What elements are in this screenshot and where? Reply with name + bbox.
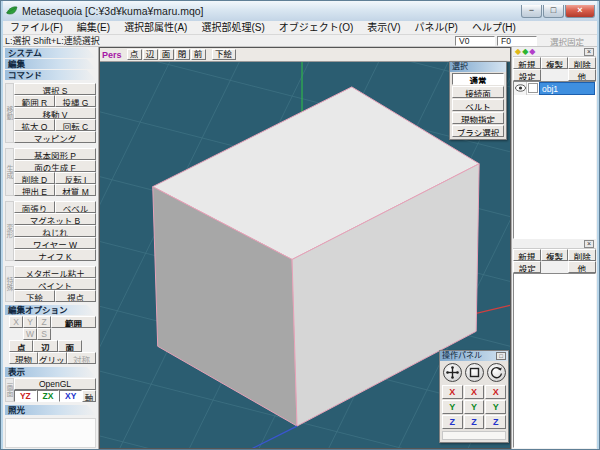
cmd-range-button[interactable]: 範囲 R xyxy=(14,95,55,107)
menu-edit[interactable]: 編集(E) xyxy=(70,21,117,34)
axis-x-toggle[interactable]: X xyxy=(9,316,23,328)
object-delete-button[interactable]: 削除 xyxy=(568,57,596,69)
op-x-move-button[interactable]: X xyxy=(442,385,463,399)
cmd-twist-button[interactable]: ねじれ xyxy=(14,225,96,237)
menu-panel[interactable]: パネル(P) xyxy=(408,21,465,34)
section-header-command[interactable]: コマンド xyxy=(5,70,96,80)
diamond-purple-icon[interactable]: ◆ xyxy=(529,48,535,56)
opengl-button[interactable]: OpenGL xyxy=(14,378,96,390)
select-brush-button[interactable]: ブラシ選択 xyxy=(452,125,504,137)
group-label-create[interactable]: 生成 xyxy=(5,148,14,196)
object-list[interactable]: obj1 xyxy=(513,81,596,239)
operation-panel-collapse-button[interactable]: □ xyxy=(496,352,506,360)
cmd-metaball-button[interactable]: メタボール粘土 xyxy=(14,266,96,278)
scale-mode-button[interactable] xyxy=(465,363,484,382)
object-new-button[interactable]: 新規 xyxy=(513,57,541,69)
section-header-edit[interactable]: 編集 xyxy=(5,59,96,69)
cmd-primitive-button[interactable]: 基本図形 P xyxy=(14,148,96,160)
selection-panel-title[interactable]: 選択 xyxy=(450,62,506,72)
cmd-paint-button[interactable]: ペイント xyxy=(14,278,96,290)
screen-toggle[interactable]: S xyxy=(37,328,51,340)
visibility-toggle[interactable] xyxy=(514,82,527,95)
cmd-select-button[interactable]: 選択 S xyxy=(14,83,96,95)
object-settings-button[interactable]: 設定 xyxy=(513,69,541,81)
cmd-delete-button[interactable]: 削除 D xyxy=(14,172,55,184)
section-header-edit-options[interactable]: 編集オプション xyxy=(5,305,96,315)
cmd-wire-button[interactable]: ワイヤー W xyxy=(14,237,96,249)
material-other-button[interactable]: 他 xyxy=(568,261,596,273)
show-closed-toggle[interactable]: 閉 xyxy=(175,49,190,60)
section-header-lighting[interactable]: 照光 xyxy=(5,405,96,415)
axis-z-toggle[interactable]: Z xyxy=(37,316,51,328)
cmd-underlay-button[interactable]: 下絵 xyxy=(14,290,55,302)
range-toggle[interactable]: 範囲 xyxy=(51,316,96,328)
menu-selection-process[interactable]: 選択部処理(S) xyxy=(194,21,271,34)
cmd-bevel-button[interactable]: ベベル xyxy=(55,201,96,213)
group-label-move[interactable]: 移動 xyxy=(5,83,14,143)
show-faces-toggle[interactable]: 面 xyxy=(159,49,174,60)
diamond-green-icon[interactable]: ◆ xyxy=(522,48,528,56)
axis-y-toggle[interactable]: Y xyxy=(23,316,37,328)
cmd-mapping-button[interactable]: マッピング xyxy=(14,131,96,143)
cmd-lasso-button[interactable]: 投縄 G xyxy=(55,95,96,107)
face-toggle[interactable]: 面 xyxy=(58,340,82,352)
op-z-move-button[interactable]: Z xyxy=(442,415,463,429)
group-label-deform[interactable]: 変形 xyxy=(5,201,14,261)
plane-xy-toggle[interactable]: XY xyxy=(59,390,82,402)
section-header-system[interactable]: システム xyxy=(5,48,96,58)
cmd-material-button[interactable]: 材質 M xyxy=(55,184,96,196)
cmd-magnet-button[interactable]: マグネット B xyxy=(14,213,96,225)
select-normal-button[interactable]: 通常 xyxy=(452,73,504,85)
select-pick-object-button[interactable]: 現物指定 xyxy=(452,112,504,124)
object-duplicate-button[interactable]: 複製 xyxy=(541,57,569,69)
rotate-mode-button[interactable] xyxy=(487,363,506,382)
pick-object-toggle[interactable]: 現物 xyxy=(9,352,38,364)
material-new-button[interactable]: 新規 xyxy=(513,249,541,261)
close-button[interactable]: × xyxy=(565,5,595,18)
viewport[interactable]: Pers 点 辺 面 閉 前 下絵 xyxy=(99,47,511,449)
object-list-item[interactable]: obj1 xyxy=(514,82,595,95)
menu-selection-attribute[interactable]: 選択部属性(A) xyxy=(117,21,194,34)
op-y-scale-button[interactable]: Y xyxy=(464,400,485,414)
cmd-knife-button[interactable]: ナイフ K xyxy=(14,249,96,261)
group-label-display[interactable]: 画面 xyxy=(5,378,14,402)
menu-help[interactable]: ヘルプ(H) xyxy=(465,21,523,34)
material-delete-button[interactable]: 削除 xyxy=(568,249,596,261)
cmd-fill-face-button[interactable]: 面張り xyxy=(14,201,55,213)
symmetry-toggle[interactable]: 対称 xyxy=(67,352,96,364)
op-z-scale-button[interactable]: Z xyxy=(464,415,485,429)
show-vertices-toggle[interactable]: 点 xyxy=(127,49,142,60)
op-x-rotate-button[interactable]: X xyxy=(485,385,506,399)
plane-yz-toggle[interactable]: YZ xyxy=(14,390,37,402)
vertex-toggle[interactable]: 点 xyxy=(9,340,33,352)
diamond-yellow-icon[interactable]: ◆ xyxy=(515,48,521,56)
underlay-toggle[interactable]: 下絵 xyxy=(212,49,236,60)
select-connected-button[interactable]: 接続面 xyxy=(452,86,504,98)
cmd-rotate-button[interactable]: 回転 C xyxy=(55,119,96,131)
object-name[interactable]: obj1 xyxy=(539,82,595,95)
axis-display-toggle[interactable]: 軸 xyxy=(82,390,96,402)
plane-zx-toggle[interactable]: ZX xyxy=(37,390,60,402)
menu-object[interactable]: オブジェクト(O) xyxy=(272,21,360,34)
move-mode-button[interactable] xyxy=(443,363,462,382)
menu-view[interactable]: 表示(V) xyxy=(360,21,407,34)
menu-file[interactable]: ファイル(F) xyxy=(3,21,70,34)
world-toggle[interactable]: W xyxy=(23,328,37,340)
show-edges-toggle[interactable]: 辺 xyxy=(143,49,158,60)
edge-toggle[interactable]: 辺 xyxy=(33,340,57,352)
op-y-rotate-button[interactable]: Y xyxy=(485,400,506,414)
section-header-display[interactable]: 表示 xyxy=(5,367,96,377)
cmd-create-face-button[interactable]: 面の生成 F xyxy=(14,160,96,172)
cmd-viewpoint-button[interactable]: 視点 xyxy=(55,290,96,302)
cmd-extrude-button[interactable]: 押出 E xyxy=(14,184,55,196)
object-lock-checkbox[interactable] xyxy=(528,83,538,93)
select-belt-button[interactable]: ベルト xyxy=(452,99,504,111)
material-panel-close-button[interactable]: × xyxy=(584,240,594,248)
view-name-selector[interactable]: Pers xyxy=(102,50,122,60)
maximize-button[interactable]: □ xyxy=(543,5,564,18)
group-label-special[interactable]: 特殊 xyxy=(5,266,14,302)
material-settings-button[interactable]: 設定 xyxy=(513,261,541,273)
grid-snap-toggle[interactable]: グリッド xyxy=(38,352,67,364)
cmd-scale-button[interactable]: 拡大 Q xyxy=(14,119,55,131)
material-duplicate-button[interactable]: 複製 xyxy=(541,249,569,261)
